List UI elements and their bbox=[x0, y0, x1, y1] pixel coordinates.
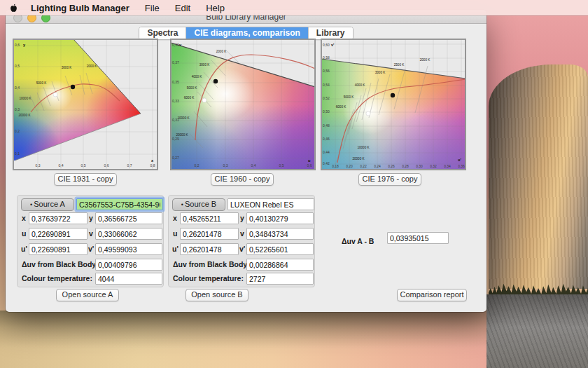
comparison-report-button[interactable]: Comparison report bbox=[397, 289, 467, 301]
source-a-y-field[interactable] bbox=[95, 212, 162, 224]
source-b-name-field[interactable] bbox=[227, 198, 314, 210]
svg-text:0,27: 0,27 bbox=[172, 156, 179, 160]
source-a-ct-field[interactable] bbox=[95, 273, 162, 285]
svg-text:20000 K: 20000 K bbox=[352, 157, 365, 161]
source-a-button[interactable]: •Source A bbox=[21, 198, 74, 211]
source-b-u-field[interactable] bbox=[180, 228, 239, 240]
source-a-u-prime-field[interactable] bbox=[29, 243, 88, 255]
svg-text:2000 K: 2000 K bbox=[216, 50, 227, 53]
svg-text:0,48: 0,48 bbox=[323, 123, 330, 128]
source-b-point bbox=[391, 93, 395, 97]
v-prime-label: v' bbox=[239, 245, 245, 253]
svg-text:0,3: 0,3 bbox=[15, 107, 20, 111]
u-prime-label: u' bbox=[172, 245, 178, 253]
svg-text:3000 K: 3000 K bbox=[62, 66, 72, 69]
svg-text:4000 K: 4000 K bbox=[355, 83, 365, 87]
source-a-u-field[interactable] bbox=[29, 228, 88, 240]
apple-menu-icon[interactable] bbox=[9, 3, 18, 13]
x-axis-label: u' bbox=[458, 158, 461, 162]
svg-text:0,58: 0,58 bbox=[323, 55, 330, 60]
cie-1931-diagram: 2000 K3000 K5000 K10000 K20000 K 0,60,50… bbox=[13, 39, 158, 170]
source-b-ct-field[interactable] bbox=[246, 273, 314, 285]
source-a-panel: •Source A x y u v u' v' Δuv from Black B… bbox=[17, 195, 164, 287]
v-label: v bbox=[240, 229, 244, 238]
colour-temperature-label: Colour temperature: bbox=[22, 274, 92, 282]
source-b-x-field[interactable] bbox=[180, 212, 239, 224]
source-a-v-field[interactable] bbox=[95, 228, 162, 240]
tab-cie-diagrams-comparison[interactable]: CIE diagrams, comparison bbox=[186, 27, 308, 39]
svg-text:6000 K: 6000 K bbox=[336, 105, 346, 109]
tab-spectra[interactable]: Spectra bbox=[139, 27, 186, 39]
x-axis-label: u bbox=[308, 158, 311, 163]
source-a-duv-field[interactable] bbox=[95, 259, 162, 271]
source-a-x-field[interactable] bbox=[29, 212, 88, 224]
source-b-v-prime-field[interactable] bbox=[246, 243, 314, 255]
svg-text:0,60: 0,60 bbox=[323, 43, 330, 47]
source-b-panel: •Source B x y u v u' v' Δuv from Black B… bbox=[168, 195, 315, 287]
cie-1976-diagram: 2000 K2500 K3000 K4000 K5000 K6000 K1000… bbox=[321, 39, 466, 170]
duv-a-b-field[interactable] bbox=[387, 232, 449, 244]
svg-text:0,46: 0,46 bbox=[323, 137, 330, 141]
source-b-duv-field[interactable] bbox=[246, 259, 314, 271]
svg-text:0,3: 0,3 bbox=[36, 163, 41, 168]
svg-text:0,3: 0,3 bbox=[223, 163, 228, 168]
svg-text:0,7: 0,7 bbox=[127, 163, 132, 168]
y-axis-label: v' bbox=[331, 43, 335, 47]
bullet-icon: • bbox=[181, 201, 183, 208]
svg-text:6000 K: 6000 K bbox=[184, 96, 195, 100]
cie-1931-copy-button[interactable]: CIE 1931 - copy bbox=[54, 173, 117, 186]
cie-1960-copy-button[interactable]: CIE 1960 - copy bbox=[211, 173, 274, 186]
svg-text:0,8: 0,8 bbox=[150, 163, 155, 168]
svg-text:0,22: 0,22 bbox=[360, 164, 367, 168]
source-b-v-field[interactable] bbox=[246, 228, 314, 240]
source-b-y-field[interactable] bbox=[246, 212, 314, 224]
y-label: y bbox=[89, 214, 93, 222]
svg-text:0,5: 0,5 bbox=[15, 64, 20, 68]
svg-text:0,56: 0,56 bbox=[323, 69, 330, 73]
svg-text:0,50: 0,50 bbox=[323, 109, 330, 114]
menu-item-edit[interactable]: Edit bbox=[175, 3, 190, 13]
svg-text:0,32: 0,32 bbox=[430, 164, 437, 168]
x-label: x bbox=[173, 214, 177, 222]
svg-text:3000 K: 3000 K bbox=[375, 71, 386, 74]
svg-text:0,31: 0,31 bbox=[172, 118, 179, 122]
svg-text:0,28: 0,28 bbox=[402, 164, 409, 168]
y-label: y bbox=[240, 214, 244, 222]
svg-text:0,18: 0,18 bbox=[332, 164, 339, 168]
svg-text:0,29: 0,29 bbox=[172, 137, 179, 141]
svg-text:0,33: 0,33 bbox=[172, 99, 179, 103]
svg-text:0,2: 0,2 bbox=[195, 163, 200, 168]
source-a-name-field[interactable] bbox=[76, 198, 163, 210]
source-a-point bbox=[366, 111, 370, 116]
open-source-a-button[interactable]: Open source A bbox=[56, 289, 119, 301]
menu-item-help[interactable]: Help bbox=[206, 3, 225, 13]
source-b-point bbox=[214, 79, 218, 83]
bullet-icon: • bbox=[30, 201, 32, 208]
svg-text:0,4: 0,4 bbox=[251, 163, 256, 168]
svg-text:10000 K: 10000 K bbox=[177, 116, 190, 120]
svg-text:0,6: 0,6 bbox=[307, 163, 312, 168]
wallpaper-rocks bbox=[486, 294, 588, 368]
u-label: u bbox=[173, 229, 177, 238]
svg-text:0,1: 0,1 bbox=[15, 151, 20, 156]
menu-item-file[interactable]: File bbox=[145, 3, 160, 13]
svg-text:0,39: 0,39 bbox=[172, 43, 179, 47]
source-b-u-prime-field[interactable] bbox=[180, 243, 239, 255]
svg-text:0,24: 0,24 bbox=[374, 164, 381, 168]
svg-text:10000 K: 10000 K bbox=[357, 146, 370, 149]
svg-text:0,42: 0,42 bbox=[323, 161, 330, 165]
open-source-b-button[interactable]: Open source B bbox=[186, 289, 248, 301]
svg-text:0,44: 0,44 bbox=[323, 150, 330, 154]
desktop: Lighting Bulb Manager File Edit Help Bul… bbox=[0, 0, 588, 368]
menu-app-name[interactable]: Lighting Bulb Manager bbox=[31, 3, 130, 13]
svg-text:3000 K: 3000 K bbox=[200, 63, 210, 67]
source-a-v-prime-field[interactable] bbox=[95, 243, 162, 255]
cie-1976-copy-button[interactable]: CIE 1976 - copy bbox=[358, 173, 421, 186]
svg-text:2000 K: 2000 K bbox=[87, 64, 97, 68]
x-label: x bbox=[22, 214, 26, 222]
colour-temperature-label: Colour temperature: bbox=[173, 274, 244, 282]
source-b-button[interactable]: •Source B bbox=[172, 198, 225, 211]
tab-library[interactable]: Library bbox=[309, 27, 353, 39]
svg-text:0,6: 0,6 bbox=[104, 163, 109, 168]
source-b-point bbox=[71, 85, 75, 89]
